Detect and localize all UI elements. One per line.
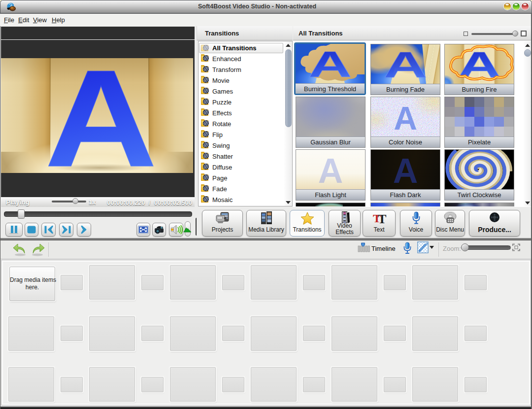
svg-text:T: T xyxy=(378,212,386,224)
